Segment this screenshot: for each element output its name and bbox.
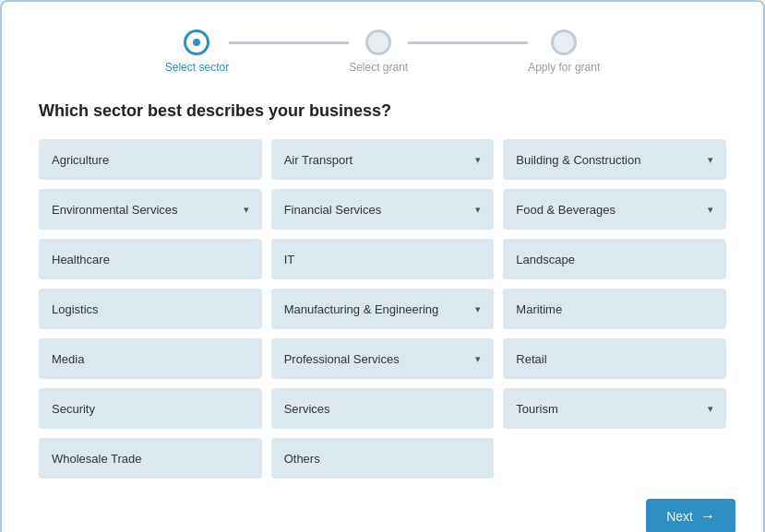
- step-circle-2: [365, 30, 391, 55]
- sector-btn-services[interactable]: Services: [271, 388, 495, 429]
- next-label: Next: [666, 509, 693, 524]
- step-circle-1: [184, 30, 209, 55]
- stepper: Select sector Select grant Apply for gra…: [39, 30, 726, 74]
- sector-label-security: Security: [52, 402, 95, 416]
- sector-label-manufacturing-engineering: Manufacturing & Engineering: [284, 302, 439, 316]
- sector-label-maritime: Maritime: [516, 302, 562, 316]
- sector-label-food-beverages: Food & Beverages: [516, 203, 616, 217]
- chevron-down-icon: ▾: [244, 204, 249, 216]
- sector-btn-logistics[interactable]: Logistics: [39, 289, 262, 329]
- chevron-down-icon: ▾: [708, 403, 713, 415]
- step-label-3: Apply for grant: [528, 61, 600, 74]
- sector-label-landscape: Landscape: [516, 253, 575, 266]
- sector-btn-others[interactable]: Others: [271, 438, 495, 479]
- sector-grid: AgricultureAir Transport▾Building & Cons…: [39, 139, 726, 479]
- chevron-down-icon: ▾: [475, 154, 481, 166]
- sector-btn-healthcare[interactable]: Healthcare: [39, 239, 262, 279]
- step-line-1: [229, 41, 349, 44]
- step-label-1: Select sector: [165, 61, 229, 74]
- step-dot-1: [193, 39, 200, 46]
- chevron-down-icon: ▾: [475, 353, 481, 365]
- question-text: Which sector best describes your busines…: [39, 101, 726, 121]
- sector-label-services: Services: [284, 402, 330, 416]
- sector-btn-food-beverages[interactable]: Food & Beverages▾: [503, 189, 726, 230]
- sector-btn-environmental-services[interactable]: Environmental Services▾: [39, 189, 262, 230]
- sector-label-air-transport: Air Transport: [284, 153, 353, 167]
- sector-label-healthcare: Healthcare: [52, 253, 110, 266]
- sector-btn-retail[interactable]: Retail: [503, 338, 726, 379]
- sector-label-environmental-services: Environmental Services: [52, 203, 178, 217]
- sector-label-professional-services: Professional Services: [284, 352, 400, 366]
- next-button[interactable]: Next →: [646, 499, 735, 532]
- sector-btn-agriculture[interactable]: Agriculture: [39, 139, 262, 180]
- sector-btn-security[interactable]: Security: [39, 388, 262, 429]
- sector-btn-manufacturing-engineering[interactable]: Manufacturing & Engineering▾: [271, 289, 495, 329]
- chevron-down-icon: ▾: [475, 204, 481, 216]
- step-apply-grant: Apply for grant: [528, 30, 600, 74]
- main-card: Select sector Select grant Apply for gra…: [0, 0, 765, 532]
- chevron-down-icon: ▾: [475, 303, 481, 315]
- sector-btn-media[interactable]: Media: [39, 338, 262, 379]
- arrow-right-icon: →: [700, 508, 715, 525]
- step-circle-3: [551, 30, 577, 55]
- sector-label-financial-services: Financial Services: [284, 203, 382, 217]
- step-select-grant: Select grant: [349, 30, 408, 74]
- sector-btn-financial-services[interactable]: Financial Services▾: [271, 189, 495, 230]
- chevron-down-icon: ▾: [708, 204, 713, 216]
- sector-label-building-construction: Building & Construction: [516, 153, 640, 167]
- sector-label-others: Others: [284, 452, 320, 466]
- sector-label-agriculture: Agriculture: [52, 153, 109, 167]
- sector-btn-building-construction[interactable]: Building & Construction▾: [503, 139, 726, 180]
- sector-label-it: IT: [284, 253, 295, 266]
- sector-label-tourism: Tourism: [516, 402, 558, 416]
- sector-btn-professional-services[interactable]: Professional Services▾: [271, 338, 495, 379]
- sector-btn-tourism[interactable]: Tourism▾: [503, 388, 726, 429]
- sector-btn-it[interactable]: IT: [271, 239, 495, 279]
- step-select-sector: Select sector: [165, 30, 229, 74]
- step-line-2: [408, 41, 528, 44]
- sector-btn-air-transport[interactable]: Air Transport▾: [271, 139, 495, 180]
- sector-label-logistics: Logistics: [52, 302, 99, 316]
- sector-btn-wholesale-trade[interactable]: Wholesale Trade: [39, 438, 262, 479]
- sector-label-retail: Retail: [516, 352, 546, 366]
- sector-btn-maritime[interactable]: Maritime: [503, 289, 726, 329]
- sector-label-wholesale-trade: Wholesale Trade: [52, 452, 142, 466]
- step-label-2: Select grant: [349, 61, 408, 74]
- chevron-down-icon: ▾: [708, 154, 713, 166]
- sector-btn-landscape[interactable]: Landscape: [503, 239, 726, 279]
- sector-label-media: Media: [52, 352, 84, 366]
